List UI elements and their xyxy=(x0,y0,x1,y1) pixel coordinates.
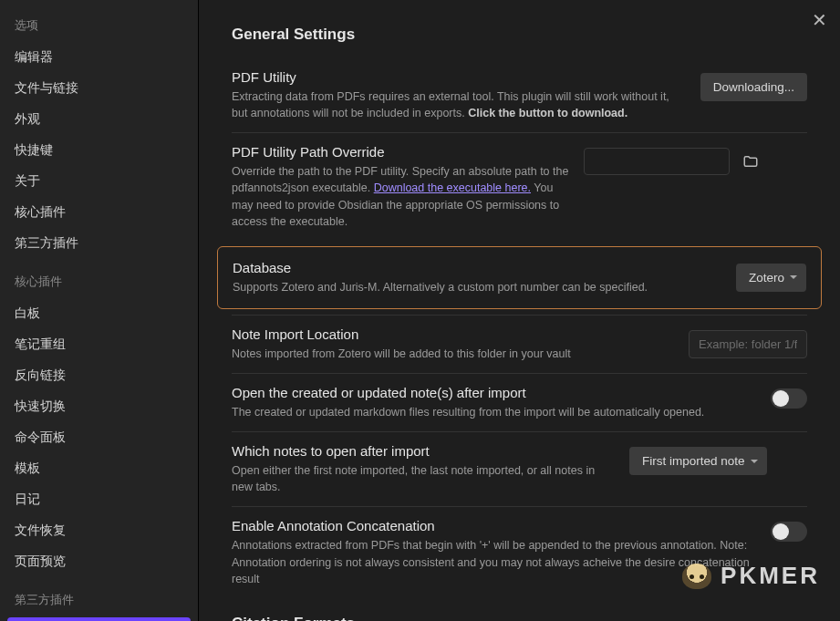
note-location-input[interactable] xyxy=(689,330,807,358)
setting-name: Which notes to open after import xyxy=(232,443,615,459)
setting-pdf-path-override: PDF Utility Path Override Override the p… xyxy=(232,132,807,241)
setting-which-notes: Which notes to open after import Open ei… xyxy=(232,431,807,506)
setting-pdf-utility: PDF Utility Extracting data from PDFs re… xyxy=(232,69,807,132)
setting-open-after-import: Open the created or updated note(s) afte… xyxy=(232,373,807,431)
setting-name: Database xyxy=(233,260,721,275)
sidebar-item-canvas[interactable]: 白板 xyxy=(0,299,198,328)
setting-database: Database Supports Zotero and Juris-M. Al… xyxy=(217,246,822,309)
setting-desc: Extracting data from PDFs requires an ex… xyxy=(232,88,686,121)
sidebar-item-editor[interactable]: 编辑器 xyxy=(0,43,198,72)
sidebar-item-appearance[interactable]: 外观 xyxy=(0,105,198,134)
database-select[interactable]: Zotero xyxy=(736,264,806,292)
sidebar-item-files-links[interactable]: 文件与链接 xyxy=(0,74,198,103)
section-citation-formats: Citation Formats xyxy=(232,615,807,621)
open-after-toggle[interactable] xyxy=(771,388,807,409)
sidebar-item-core-plugins[interactable]: 核心插件 xyxy=(0,198,198,227)
folder-icon[interactable] xyxy=(737,148,764,175)
settings-main: ✕ General Settings PDF Utility Extractin… xyxy=(199,0,840,621)
setting-name: Open the created or updated note(s) afte… xyxy=(232,385,756,400)
setting-desc: Notes imported from Zotero will be added… xyxy=(232,346,674,362)
sidebar-item-note-composer[interactable]: 笔记重组 xyxy=(0,330,198,359)
setting-name: PDF Utility xyxy=(232,69,686,85)
concat-toggle[interactable] xyxy=(771,522,807,542)
sidebar-item-page-preview[interactable]: 页面预览 xyxy=(0,547,198,576)
sidebar-section-core: 核心插件 xyxy=(0,269,198,297)
sidebar-item-community-plugins[interactable]: 第三方插件 xyxy=(0,229,198,258)
sidebar-item-hotkeys[interactable]: 快捷键 xyxy=(0,136,198,165)
page-title: General Settings xyxy=(232,26,807,44)
setting-desc: Annotations extracted from PDFs that beg… xyxy=(232,537,756,586)
setting-desc: Supports Zotero and Juris-M. Alternative… xyxy=(233,279,721,295)
sidebar-item-about[interactable]: 关于 xyxy=(0,167,198,196)
sidebar-item-file-recovery[interactable]: 文件恢复 xyxy=(0,516,198,545)
pdf-path-input[interactable] xyxy=(584,148,730,175)
setting-desc: Override the path to the PDF utility. Sp… xyxy=(232,163,569,230)
sidebar-item-command-palette[interactable]: 命令面板 xyxy=(0,423,198,452)
setting-note-import-location: Note Import Location Notes imported from… xyxy=(232,315,807,373)
pkmer-logo-icon xyxy=(682,564,711,589)
sidebar-section-community: 第三方插件 xyxy=(0,587,198,616)
sidebar-item-templates[interactable]: 模板 xyxy=(0,454,198,483)
download-exe-link[interactable]: Download the executable here. xyxy=(374,181,531,194)
close-icon[interactable]: ✕ xyxy=(812,9,827,31)
setting-name: Note Import Location xyxy=(232,326,674,342)
watermark: PKMER xyxy=(682,562,820,590)
settings-sidebar: 选项 编辑器 文件与链接 外观 快捷键 关于 核心插件 第三方插件 核心插件 白… xyxy=(0,0,199,621)
sidebar-item-daily-notes[interactable]: 日记 xyxy=(0,485,198,514)
sidebar-item-quick-switcher[interactable]: 快速切换 xyxy=(0,392,198,421)
sidebar-item-zotero-integration[interactable]: Zotero Integration xyxy=(7,617,191,621)
setting-name: PDF Utility Path Override xyxy=(232,144,569,160)
which-notes-select[interactable]: First imported note xyxy=(629,447,767,475)
setting-desc: The created or updated markdown files re… xyxy=(232,404,756,420)
sidebar-section-options: 选项 xyxy=(0,13,198,41)
setting-desc: Open either the first note imported, the… xyxy=(232,462,615,495)
download-button[interactable]: Downloading... xyxy=(700,73,807,101)
sidebar-item-backlinks[interactable]: 反向链接 xyxy=(0,361,198,390)
setting-name: Enable Annotation Concatenation xyxy=(232,518,756,533)
